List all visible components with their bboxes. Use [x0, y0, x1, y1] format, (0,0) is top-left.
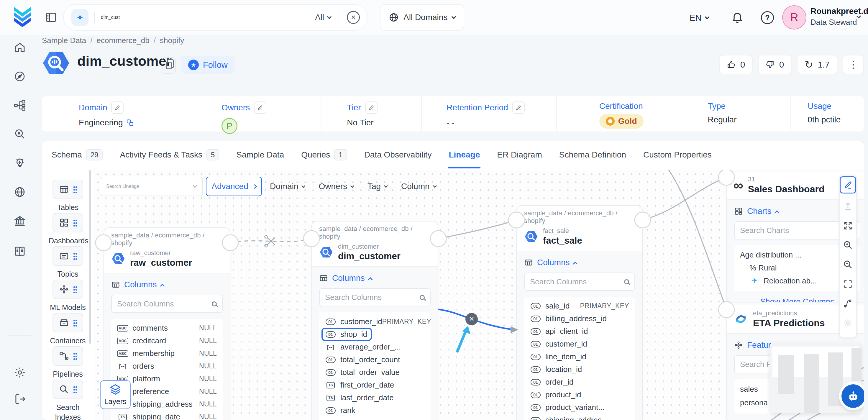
tab[interactable]: Lineage	[448, 141, 480, 169]
drag-handle-icon[interactable]	[73, 386, 77, 393]
sidebar-item-govern-icon[interactable]	[13, 215, 26, 227]
palette-scrollbar[interactable]	[89, 170, 91, 343]
notifications-bell-icon[interactable]	[731, 11, 744, 24]
layers-button[interactable]: Layers	[100, 380, 131, 409]
column-row[interactable]: shipping_date NULL	[111, 411, 223, 420]
lineage-settings-button[interactable]	[840, 313, 856, 333]
chart-search-input[interactable]	[740, 226, 849, 235]
drag-handle-icon[interactable]	[73, 219, 77, 227]
node-column-search[interactable]	[111, 295, 223, 313]
edit-tier-button[interactable]	[365, 101, 377, 114]
edit-domain-button[interactable]	[111, 101, 124, 114]
column-row[interactable]: location_id	[524, 363, 635, 376]
remove-edge-button[interactable]: ✕	[465, 313, 478, 325]
filter-dropdown[interactable]: Owners	[318, 182, 353, 191]
openmetadata-logo-icon[interactable]	[13, 6, 32, 27]
column-row[interactable]: new	[319, 417, 431, 420]
column-row[interactable]: order_id	[524, 376, 635, 388]
global-search-bar[interactable]: ✦ All ✕	[63, 4, 368, 31]
breadcrumb-item[interactable]: ecommerce_db	[97, 36, 150, 45]
column-row[interactable]: api_client_id	[524, 325, 635, 338]
copy-name-button[interactable]	[162, 57, 176, 74]
tab[interactable]: Schema 29	[51, 141, 103, 169]
tab[interactable]: Custom Properties	[643, 141, 712, 169]
all-domains-button[interactable]: All Domains	[380, 4, 464, 31]
column-row[interactable]: customer_id PRIMARY_KEY	[319, 315, 431, 328]
column-row[interactable]: orders NULL	[111, 360, 223, 372]
drag-handle-icon[interactable]	[73, 319, 77, 327]
column-row[interactable]: line_item_id	[524, 351, 635, 363]
upvote-button[interactable]: 0	[719, 55, 753, 74]
sidebar-item-domains-icon[interactable]	[13, 186, 26, 198]
export-lineage-button[interactable]	[840, 197, 856, 216]
palette-item-topics[interactable]: Topics	[41, 246, 94, 279]
tab[interactable]: ER Diagram	[496, 141, 542, 169]
column-search-input[interactable]	[117, 299, 212, 308]
lineage-canvas[interactable]: Advanced Domain Owners Tag Column sample…	[94, 170, 864, 420]
assistant-chat-button[interactable]	[841, 384, 864, 408]
column-row[interactable]: creditcard NULL	[111, 334, 223, 347]
column-search-input[interactable]	[325, 293, 420, 302]
palette-item-tables[interactable]: Tables	[41, 180, 94, 212]
edit-lineage-button[interactable]	[840, 176, 856, 193]
column-row[interactable]: membership NULL	[111, 347, 223, 360]
column-row[interactable]: shipping_addres...	[524, 414, 635, 420]
advanced-filter-button[interactable]: Advanced	[206, 177, 262, 196]
edge-style-button[interactable]	[840, 294, 856, 313]
column-row[interactable]: first_order_date	[319, 379, 431, 391]
drag-handle-icon[interactable]	[73, 286, 77, 293]
columns-section-toggle[interactable]: Columns	[312, 267, 438, 283]
lineage-node-fact-sale[interactable]: sample_data / ecommerce_db / shopify fac…	[517, 205, 643, 420]
owner-avatar[interactable]: P	[221, 118, 238, 134]
columns-section-toggle[interactable]: Columns	[517, 251, 642, 267]
zoom-in-button[interactable]	[840, 235, 856, 255]
sidebar-item-home-icon[interactable]	[13, 41, 26, 54]
column-row[interactable]: average_order_...	[319, 341, 431, 353]
fullscreen-button[interactable]	[840, 274, 856, 294]
lineage-node-dim-customer[interactable]: sample_data / ecommerce_db / shopify dim…	[311, 221, 438, 420]
help-icon[interactable]: ?	[761, 11, 774, 24]
sidebar-item-settings-icon[interactable]	[13, 366, 26, 379]
column-search-input[interactable]	[530, 277, 624, 287]
language-selector[interactable]: EN	[689, 13, 709, 23]
sidebar-item-glossary-icon[interactable]	[13, 245, 26, 258]
filter-dropdown[interactable]: Domain	[270, 182, 305, 191]
follow-button[interactable]: ★ Follow	[181, 56, 235, 74]
drag-handle-icon[interactable]	[73, 252, 77, 260]
column-row[interactable]: product_variant...	[524, 401, 635, 414]
lineage-search[interactable]	[100, 177, 203, 196]
lineage-search-input[interactable]	[106, 184, 190, 189]
tab[interactable]: Data Observability	[364, 141, 432, 169]
palette-item-containers[interactable]: Containers	[41, 313, 94, 346]
column-row[interactable]: total_order_value	[319, 366, 431, 379]
column-row[interactable]: rank	[319, 404, 431, 417]
tab[interactable]: Activity Feeds & Tasks 5	[119, 141, 220, 169]
sidebar-item-logout-icon[interactable]	[13, 393, 26, 405]
clear-search-icon[interactable]: ✕	[347, 11, 360, 24]
filter-dropdown[interactable]: Column	[401, 182, 436, 191]
palette-item-dashboards[interactable]: Dashboards	[41, 213, 94, 246]
edit-owners-button[interactable]	[254, 101, 266, 114]
tab[interactable]: Queries 1	[301, 141, 347, 169]
sidebar-item-observability-icon[interactable]	[13, 128, 26, 140]
sidebar-item-lineage-icon[interactable]	[13, 99, 26, 112]
drag-handle-icon[interactable]	[73, 353, 77, 360]
version-button[interactable]: ↻ 1.7	[797, 55, 837, 74]
drag-handle-icon[interactable]	[73, 186, 77, 193]
breadcrumb-item[interactable]: Sample Data	[42, 36, 86, 45]
palette-item-ml-models[interactable]: ML Models	[41, 280, 94, 312]
sidebar-item-explore-icon[interactable]	[13, 70, 26, 83]
search-scope-dropdown[interactable]: All	[315, 13, 331, 22]
tab[interactable]: Schema Definition	[559, 141, 627, 169]
columns-section-toggle[interactable]: Columns	[104, 273, 230, 289]
node-column-search[interactable]	[524, 272, 635, 291]
column-row[interactable]: comments NULL	[111, 322, 223, 334]
column-row[interactable]: last_order_date	[319, 391, 431, 404]
filter-dropdown[interactable]: Tag	[368, 182, 388, 191]
node-column-search[interactable]	[319, 288, 431, 306]
downvote-button[interactable]: 0	[758, 55, 792, 74]
user-avatar[interactable]: R	[782, 5, 806, 30]
sidebar-toggle-icon[interactable]	[45, 11, 57, 24]
global-search-input[interactable]	[101, 15, 309, 20]
edit-retention-button[interactable]	[512, 101, 525, 114]
